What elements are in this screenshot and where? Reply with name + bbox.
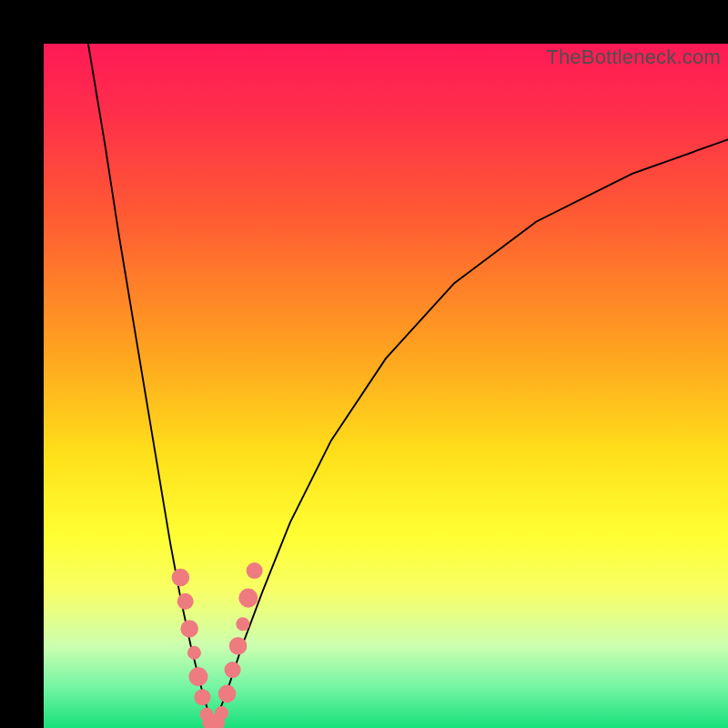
curve-right-branch — [213, 139, 728, 724]
chart-frame: TheBottleneck.com — [0, 0, 728, 728]
plot-area: TheBottleneck.com — [44, 44, 728, 728]
sample-dot — [236, 617, 249, 631]
sample-dot — [215, 706, 228, 720]
sample-dot — [194, 689, 210, 705]
sample-dot — [187, 646, 201, 660]
sample-dot — [229, 637, 248, 655]
sample-dot — [180, 620, 198, 638]
curve-layer — [44, 44, 728, 728]
sample-dot — [172, 569, 190, 587]
sample-dots — [172, 562, 263, 728]
sample-dot — [218, 685, 237, 703]
sample-dot — [188, 667, 207, 686]
sample-dot — [247, 562, 263, 579]
sample-dot — [225, 662, 241, 678]
sample-dot — [238, 589, 258, 608]
sample-dot — [177, 593, 194, 610]
